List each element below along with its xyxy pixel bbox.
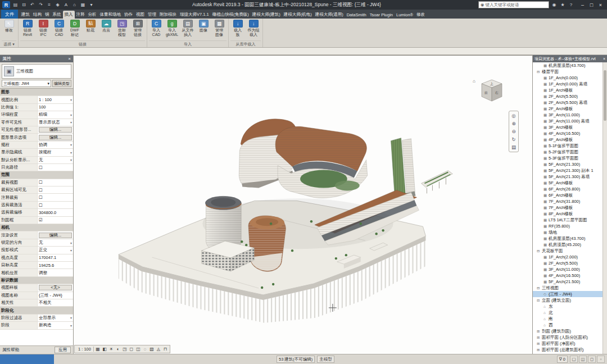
ribbon-tab[interactable]: 建模大师(机电)	[282, 11, 314, 19]
viewcube-front-label[interactable]: 前	[484, 91, 488, 94]
browser-tree-item[interactable]: ▦ 3F_Arch(11.000)	[533, 266, 603, 272]
property-value[interactable]: {三维 - JW4}	[38, 292, 73, 299]
property-row[interactable]: 阶段 新构造	[0, 322, 73, 329]
property-row[interactable]: 裁剪视图 ☐	[0, 179, 73, 186]
property-value[interactable]: 无	[38, 239, 73, 246]
quick-access-icon[interactable]: ≡	[46, 1, 53, 8]
browser-tree-item[interactable]: ⌂ 南	[533, 316, 603, 322]
property-row[interactable]: 默认分析显示... 无	[0, 157, 73, 164]
browser-tree-item[interactable]: ▦ 2F_Arch(5.500)	[533, 93, 603, 99]
ribbon-button[interactable]: C 链接 CAD	[52, 19, 66, 37]
property-value[interactable]: 按规程	[38, 149, 73, 156]
ribbon-tab[interactable]: 协作	[123, 11, 134, 19]
browser-tree-item[interactable]: ▦ LT5 1#LT二层平面图	[533, 217, 603, 223]
browser-tree-item[interactable]: ⊟ 天花板平面	[533, 248, 603, 254]
browser-tree-item[interactable]: ▦ 5-1F值班平面图	[533, 143, 603, 149]
ribbon-tab[interactable]: 附加模块	[158, 11, 178, 19]
window-control-button[interactable]: –	[578, 1, 587, 8]
revit-logo-icon[interactable]: R	[2, 1, 10, 8]
property-value[interactable]: 新构造	[38, 322, 73, 329]
property-value[interactable]: 编辑...	[39, 135, 72, 140]
window-control-button[interactable]: ×	[596, 1, 605, 8]
quick-access-icon[interactable]: ↷	[37, 1, 44, 8]
browser-tree-item[interactable]: ▦ 6F_Arch楼板	[533, 192, 603, 198]
property-value[interactable]: 170047.1	[38, 254, 73, 261]
properties-help-link[interactable]: 属性帮助	[2, 347, 19, 353]
infocenter-icon[interactable]: ?	[568, 2, 574, 8]
view-control-icon[interactable]: ▧	[148, 346, 155, 352]
ribbon-button[interactable]: g 导入 gbXML	[165, 19, 179, 37]
navbar-icon[interactable]: ⊖	[511, 129, 515, 134]
property-row[interactable]: 裁剪区域可见 ☐	[0, 186, 73, 194]
quick-access-icon[interactable]: ↶	[29, 1, 36, 8]
browser-tree-item[interactable]: ▦ 机房屋顶层(43.700)	[533, 62, 603, 69]
quick-access-icon[interactable]: ◈	[54, 1, 61, 8]
browser-tree-item[interactable]: ▦ 4F_Arch(16.500)	[533, 130, 603, 136]
property-value[interactable]: 全部显示	[38, 315, 73, 321]
property-row[interactable]: 远剪裁激活 ☐	[0, 202, 73, 209]
ribbon-tab[interactable]: 分析	[87, 11, 98, 19]
property-row[interactable]: 范围	[0, 171, 73, 179]
property-row[interactable]: 视图名称 {三维 - JW4}	[0, 292, 73, 299]
browser-tree-item[interactable]: ▦ 5-3F值班平面图	[533, 155, 603, 161]
viewcube-top-label[interactable]: 上	[490, 82, 493, 85]
navbar-icon[interactable]: ◎	[511, 113, 515, 119]
viewcube-right-label[interactable]: 右	[495, 90, 499, 95]
browser-tree-item[interactable]: ▦ 5-2F值班平面图	[533, 149, 603, 155]
browser-tree-item[interactable]: ⊟ 楼层平面	[533, 69, 603, 75]
ribbon-tab[interactable]: 系统	[51, 11, 63, 19]
worksets-control[interactable]: 53 建筑(不可编辑)	[277, 356, 315, 363]
property-value[interactable]: 精细	[38, 111, 73, 118]
property-row[interactable]: 相机	[0, 224, 73, 231]
browser-tree-item[interactable]: ▦ 8F_Arch楼板	[533, 211, 603, 217]
ribbon-button[interactable]: I 链接 IFC	[36, 19, 51, 37]
browser-tree-item[interactable]: ▦ 2F_Arch(5.500)	[533, 260, 603, 266]
view-control-icon[interactable]: ▦	[94, 346, 101, 352]
browser-tree-item[interactable]: ⌂ 北	[533, 310, 603, 316]
property-row[interactable]: 视图样板 <无>	[0, 284, 73, 292]
browser-tree-item[interactable]: ▦ 5F_Arch楼板	[533, 180, 603, 186]
browser-tree-item[interactable]: ⌂ 东	[533, 303, 603, 310]
quick-access-icon[interactable]: ⊟	[20, 1, 28, 8]
browser-tree-item[interactable]: ⊞ 面积平面 (总建筑面积)	[533, 347, 603, 353]
ribbon-button[interactable]: ↓ 作为组 载入	[246, 19, 261, 37]
property-value[interactable]: 显示原状态	[38, 119, 73, 126]
property-row[interactable]: 显示隐藏线 按规程	[0, 149, 73, 156]
browser-tree-item[interactable]: ⊞ 剖面 (建筑剖面)	[533, 328, 603, 334]
browser-tree-item[interactable]: ⊟ 三维视图	[533, 285, 603, 291]
ribbon-tab[interactable]: 钢	[43, 11, 51, 19]
property-value[interactable]: 1 : 100	[38, 96, 73, 103]
browser-tree-item[interactable]: ▦ 7F_Arch楼板	[533, 204, 603, 211]
browser-tree-item[interactable]: ▦ 6F_Arch(26.800)	[533, 186, 603, 192]
selection-toggle-icon[interactable]: ▢	[570, 356, 578, 363]
ribbon-tab[interactable]: DataSmith	[345, 11, 368, 19]
view-scale[interactable]: 1 : 100	[76, 347, 94, 352]
browser-tree-item[interactable]: ▦ 4F_Arch(16.500)	[533, 272, 603, 279]
quick-access-icon[interactable]: ▦	[79, 1, 87, 8]
infocenter-icon[interactable]: ◉	[551, 2, 558, 8]
browser-tree-item[interactable]: ▦ 7F_Arch(31.800)	[533, 198, 603, 204]
view-control-icon[interactable]: ◬	[155, 346, 162, 352]
browser-tree-item[interactable]: ▦ 5F_Arch(21.300) 副本 1	[533, 167, 603, 174]
browser-tree-item[interactable]: ▦ 3F_Arch(11.000)	[533, 112, 603, 118]
ribbon-button[interactable]: ⊞ 管理 链接	[130, 19, 145, 37]
taskbar-start-block[interactable]	[0, 354, 54, 364]
model-canvas[interactable]	[74, 56, 532, 354]
property-row[interactable]: 视点高度 170047.1	[0, 254, 73, 262]
property-row[interactable]: 渲染设置 编辑...	[0, 231, 73, 239]
ribbon-button[interactable]: D DWF 标记	[67, 19, 82, 37]
view-control-icon[interactable]: ◐	[115, 346, 121, 352]
property-value[interactable]: ☐	[38, 202, 73, 208]
view-cube[interactable]: ⌂ 上 前 右	[470, 77, 506, 108]
browser-tree-item[interactable]: ▦ 4F_Arch楼板	[533, 136, 603, 143]
property-value[interactable]: 调整	[38, 269, 73, 276]
property-row[interactable]: 相关性 不相关	[0, 299, 73, 307]
view-control-icon[interactable]: ☀	[108, 346, 115, 352]
selection-toggle-icon[interactable]: ◫	[579, 356, 587, 363]
browser-tree-item[interactable]: ⊟ 立面 (建筑立面)	[533, 297, 603, 303]
property-value[interactable]: ☐	[38, 164, 73, 171]
drawing-area[interactable]: ⌂ 上 前 右 ◎ ⊕ ⊖ ↻ ▤	[74, 55, 532, 354]
browser-tree-item[interactable]: ▦ 5F_Arch(21.500)	[533, 279, 603, 285]
property-value[interactable]: 304800.0	[38, 209, 73, 216]
property-row[interactable]: 阶段过滤器 全部显示	[0, 315, 73, 322]
